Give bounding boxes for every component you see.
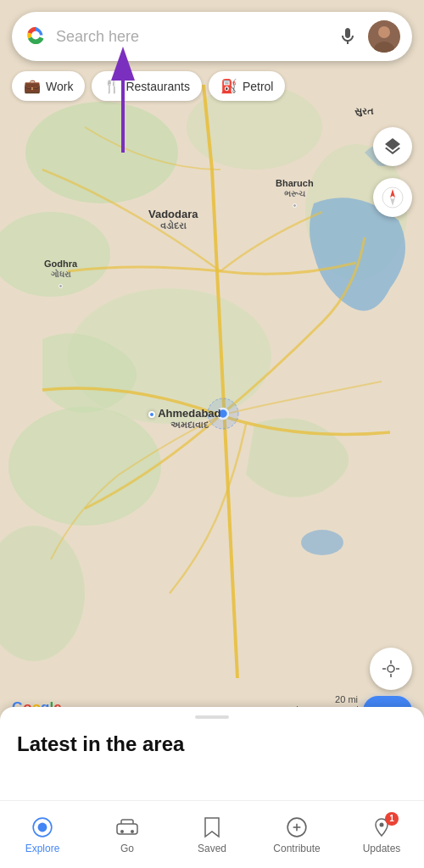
bottom-sheet-handle (195, 715, 229, 719)
go-label: Go (120, 843, 134, 854)
search-input[interactable]: Search here (56, 28, 334, 46)
svg-point-29 (120, 830, 124, 833)
map-layer-button[interactable] (373, 127, 412, 166)
compass-button[interactable] (373, 178, 412, 217)
map-container[interactable] (0, 0, 424, 729)
svg-point-27 (38, 822, 47, 832)
svg-point-34 (380, 822, 384, 826)
svg-point-14 (378, 26, 390, 38)
nav-item-updates[interactable]: 1 Updates (339, 809, 424, 861)
bottom-navigation: Explore Go Saved (0, 800, 424, 868)
svg-rect-28 (117, 824, 137, 834)
chip-restaurants-label: Restaurants (126, 80, 189, 93)
search-bar[interactable]: Search here (12, 12, 412, 61)
location-button[interactable] (370, 648, 412, 690)
nav-item-explore[interactable]: Explore (0, 809, 85, 861)
chip-petrol-label: Petrol (243, 80, 274, 93)
nav-item-contribute[interactable]: Contribute (254, 809, 339, 861)
petrol-icon: ⛽ (220, 78, 237, 94)
chip-restaurants[interactable]: 🍴 Restaurants (92, 71, 201, 101)
user-avatar[interactable] (368, 20, 400, 53)
chip-work[interactable]: 💼 Work (12, 71, 85, 101)
latest-title: Latest in the area (0, 732, 424, 756)
svg-point-1 (25, 102, 178, 203)
saved-label: Saved (198, 843, 226, 854)
nav-item-go[interactable]: Go (85, 809, 170, 861)
svg-point-30 (131, 830, 134, 833)
go-icon-wrap (114, 815, 141, 839)
explore-label: Explore (25, 843, 60, 854)
updates-label: Updates (363, 843, 401, 854)
scale-miles: 20 mi (335, 694, 358, 704)
svg-point-12 (31, 31, 40, 40)
saved-icon-wrap (198, 815, 226, 839)
updates-badge: 1 (385, 812, 399, 826)
updates-icon-wrap: 1 (368, 815, 395, 839)
mic-icon[interactable] (334, 23, 361, 50)
svg-point-10 (208, 398, 238, 429)
explore-icon-wrap (29, 815, 56, 839)
restaurant-icon: 🍴 (103, 78, 120, 94)
chip-work-label: Work (46, 80, 73, 93)
chips-row: 💼 Work 🍴 Restaurants ⛽ Petrol (12, 71, 412, 101)
svg-point-20 (388, 665, 394, 672)
chip-petrol[interactable]: ⛽ Petrol (209, 71, 286, 101)
contribute-icon-wrap (283, 815, 310, 839)
svg-point-8 (301, 530, 343, 555)
contribute-label: Contribute (273, 843, 320, 854)
google-maps-logo (24, 25, 47, 48)
briefcase-icon: 💼 (24, 78, 41, 94)
nav-item-saved[interactable]: Saved (170, 809, 254, 861)
